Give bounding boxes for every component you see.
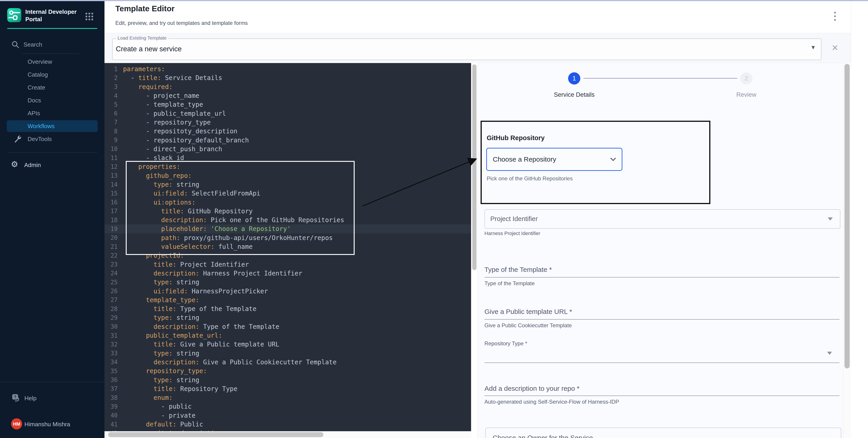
- editor-line[interactable]: 18 description: Pick one of the GitHub R…: [104, 215, 471, 225]
- line-code: title: Type of the Template: [123, 305, 256, 312]
- editor-line[interactable]: 7 - repository_type: [104, 118, 471, 127]
- line-number: 9: [104, 137, 123, 143]
- line-number: 7: [104, 119, 123, 126]
- app-logo-icon[interactable]: [7, 8, 21, 22]
- dropdown-triangle-icon: [828, 217, 833, 221]
- editor-line[interactable]: 20 path: proxy/github-api/users/OrkoHunt…: [104, 233, 471, 242]
- editor-line[interactable]: 8 - repositoty_description: [104, 127, 471, 136]
- user-avatar[interactable]: HM: [11, 418, 22, 429]
- line-code: - private: [123, 412, 195, 419]
- template-type-field-underline: [485, 277, 839, 277]
- editor-line[interactable]: 31 public_template_url:: [104, 331, 471, 340]
- yaml-editor[interactable]: 1parameters:2 - title: Service Details3 …: [104, 63, 471, 438]
- sidebar-item-search[interactable]: Search: [0, 39, 104, 50]
- line-number: 5: [104, 101, 123, 108]
- template-type-field-label[interactable]: Type of the Template *: [485, 266, 552, 273]
- editor-line[interactable]: 29 type: string: [104, 313, 471, 322]
- public-url-field-label[interactable]: Give a Public template URL *: [485, 308, 572, 315]
- repository-type-dropdown-icon[interactable]: [827, 352, 832, 355]
- line-number: 1: [104, 66, 123, 72]
- editor-line[interactable]: 3 required:: [104, 82, 471, 91]
- editor-line[interactable]: 22 projectId:: [104, 251, 471, 260]
- editor-line[interactable]: 33 type: string: [104, 349, 471, 358]
- editor-line[interactable]: 10 - direct_push_branch: [104, 145, 471, 154]
- line-number: 22: [104, 252, 123, 259]
- sidebar-item-admin[interactable]: ⚙ Admin: [0, 159, 104, 171]
- editor-line[interactable]: 37 title: Repository Type: [104, 384, 471, 393]
- panel-vertical-scrollbar[interactable]: [843, 63, 851, 438]
- repo-description-field-label[interactable]: Add a description to your repo *: [485, 385, 580, 392]
- sidebar-item-catalog[interactable]: Catalog: [7, 69, 98, 80]
- editor-line[interactable]: 14 type: string: [104, 180, 471, 189]
- line-code: parameters:: [123, 65, 165, 73]
- sidebar-item-devtools[interactable]: DevTools: [7, 133, 98, 145]
- editor-line[interactable]: 13 github_repo:: [104, 171, 471, 180]
- line-number: 33: [104, 350, 123, 357]
- sidebar-item-create[interactable]: Create: [7, 81, 98, 93]
- load-template-select[interactable]: [112, 38, 822, 60]
- editor-line[interactable]: 21 valueSelector: full_name: [104, 242, 471, 251]
- step-1-label: Service Details: [540, 91, 608, 98]
- svg-text:?: ?: [14, 395, 16, 399]
- editor-line[interactable]: 16 ui:options:: [104, 198, 471, 207]
- owner-select[interactable]: Choose an Owner for the Service: [485, 428, 841, 438]
- editor-line[interactable]: 27 template_type:: [104, 296, 471, 304]
- close-icon[interactable]: ×: [832, 42, 838, 53]
- sidebar-item-overview[interactable]: Overview: [7, 56, 98, 68]
- stepper-step-1[interactable]: 1: [568, 72, 580, 85]
- editor-line[interactable]: 5 - template_type: [104, 100, 471, 109]
- editor-line[interactable]: 34 description: Give a Public Cookiecutt…: [104, 358, 471, 367]
- sidebar-item-docs[interactable]: Docs: [7, 95, 98, 106]
- line-code: title: Project Identifier: [123, 261, 249, 268]
- line-code: - title: Service Details: [123, 74, 222, 81]
- editor-line[interactable]: 19 placeholder: 'Choose a Repository': [104, 225, 471, 233]
- editor-line[interactable]: 40 - private: [104, 411, 471, 420]
- editor-line[interactable]: 26 ui:field: HarnessProjectPicker: [104, 287, 471, 295]
- line-code: public_template_url:: [123, 332, 222, 339]
- line-code: description: Harness Project Identifier: [123, 270, 302, 277]
- line-number: 13: [104, 172, 123, 179]
- editor-line[interactable]: 30 description: Type of the Template: [104, 322, 471, 331]
- line-code: default: Public: [123, 420, 203, 428]
- editor-horizontal-scrollbar[interactable]: [104, 431, 471, 438]
- apps-grid-icon[interactable]: [86, 13, 94, 21]
- line-number: 24: [104, 270, 123, 277]
- editor-line[interactable]: 24 description: Harness Project Identifi…: [104, 269, 471, 278]
- editor-line[interactable]: 39 - public: [104, 402, 471, 411]
- line-number: 35: [104, 368, 123, 374]
- gear-icon: ⚙: [11, 160, 18, 169]
- github-repository-select[interactable]: Choose a Repository: [486, 148, 622, 171]
- sidebar-item-workflows[interactable]: Workflows: [7, 120, 98, 132]
- sidebar-item-apis[interactable]: APIs: [7, 107, 98, 119]
- editor-line[interactable]: 17 title: GitHub Repository: [104, 207, 471, 215]
- editor-line[interactable]: 12 properties:: [104, 162, 471, 171]
- editor-line[interactable]: 2 - title: Service Details: [104, 73, 471, 82]
- more-options-icon[interactable]: [834, 12, 836, 21]
- stepper-step-2[interactable]: 2: [740, 72, 752, 85]
- line-code: type: string: [123, 314, 199, 322]
- line-code: ui:options:: [123, 199, 195, 206]
- editor-line[interactable]: 38 enum:: [104, 393, 471, 402]
- line-number: 19: [104, 226, 123, 232]
- editor-line[interactable]: 1parameters:: [104, 65, 471, 73]
- editor-line[interactable]: 41 default: Public: [104, 420, 471, 429]
- editor-vertical-scrollbar[interactable]: [471, 63, 478, 438]
- editor-line[interactable]: 28 title: Type of the Template: [104, 304, 471, 313]
- editor-line[interactable]: 36 type: string: [104, 375, 471, 384]
- editor-line[interactable]: 11 - slack_id: [104, 154, 471, 162]
- editor-line[interactable]: 9 - repository_default_branch: [104, 136, 471, 144]
- template-type-field-helper: Type of the Template: [485, 280, 535, 287]
- editor-line[interactable]: 4 - project_name: [104, 91, 471, 100]
- line-number: 18: [104, 217, 123, 224]
- dropdown-caret-icon[interactable]: ▾: [811, 43, 815, 51]
- project-identifier-select[interactable]: Project Identifier: [485, 209, 840, 229]
- editor-line[interactable]: 35 repository_type:: [104, 367, 471, 375]
- editor-line[interactable]: 6 - public_template_url: [104, 109, 471, 118]
- sidebar-item-help[interactable]: ? Help: [0, 392, 104, 404]
- editor-line[interactable]: 23 title: Project Identifier: [104, 260, 471, 269]
- line-code: - direct_push_branch: [123, 145, 222, 153]
- editor-line[interactable]: 32 title: Give a Public template URL: [104, 340, 471, 349]
- editor-line[interactable]: 25 type: string: [104, 278, 471, 287]
- user-name[interactable]: Himanshu Mishra: [24, 421, 70, 428]
- editor-line[interactable]: 15 ui:field: SelectFieldFromApi: [104, 189, 471, 198]
